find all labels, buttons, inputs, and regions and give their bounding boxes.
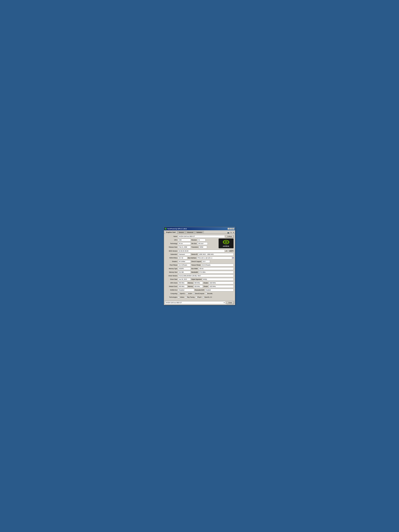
gpu-z-window: TechPowerUp GPU-Z 2.46.0 — □ ✕ Graphics … <box>164 227 235 305</box>
bios-icons: ↗ □ UEFI <box>225 250 234 252</box>
gpu-row: GPU G94 Revision A1 <box>165 239 218 241</box>
tab-advanced[interactable]: Advanced <box>186 231 195 234</box>
device-id-field: 10DE 0622 - 10B0 0401 <box>198 253 234 256</box>
nvidia-logo: nVIDIA <box>219 239 234 248</box>
resizable-bar-field: Enabled <box>205 289 234 291</box>
svg-point-7 <box>226 242 226 242</box>
subvendor-field: Gainward <box>178 253 191 256</box>
shaders-row: Shaders 64 Unified DirectX Support 10.0 <box>165 260 234 263</box>
bottom-bar: NVIDIA GeForce 9600 GT ▼ Close <box>164 300 235 305</box>
export-icon[interactable]: ↗ <box>225 250 227 252</box>
ray-tracing-label: Ray Tracing <box>187 296 194 298</box>
bios-label: BIOS Version <box>165 250 178 252</box>
minimize-button[interactable]: — <box>228 228 230 230</box>
close-button[interactable]: Close <box>226 301 234 304</box>
directcompute-checkbox[interactable]: ✓ DirectCompute <box>193 293 204 294</box>
bios-row: BIOS Version 62.94.3C.00.00 ↗ □ UEFI <box>165 250 234 252</box>
revision-field: A1 <box>197 239 205 241</box>
ray-tracing-check-box[interactable] <box>185 297 187 298</box>
dig-sig-label: Digital Signature <box>191 279 202 280</box>
shader-label1: Shader <box>203 282 209 284</box>
uefi-checkbox[interactable]: □ UEFI <box>228 250 234 252</box>
bus-width-label: Bus Width <box>191 268 198 269</box>
opengl-check-box[interactable]: ✓ <box>203 297 204 298</box>
release-field: Feb 21, 2008 <box>178 246 191 248</box>
tab-graphics-card[interactable]: Graphics Card <box>165 231 177 234</box>
pixel-fill-field: 10.4 GPixel/s <box>178 264 191 266</box>
default-clock-row: Default Clock 650 MHz Memory 900 MHz Sha… <box>165 285 234 288</box>
tech-label: Technology <box>165 243 178 244</box>
name-field: NVIDIA GeForce 9600 GT <box>178 235 225 238</box>
uefi-check-box[interactable]: □ <box>228 250 229 252</box>
memory-label2: Memory <box>187 286 194 287</box>
default-clock-label: Default Clock <box>165 286 178 287</box>
directcompute-label: DirectCompute <box>195 293 204 294</box>
directcompute-check-box[interactable]: ✓ <box>193 293 195 294</box>
shaders-label: Shaders <box>165 261 178 262</box>
main-content: Name NVIDIA GeForce 9600 GT Lookup GPU G… <box>164 234 235 300</box>
tab-sensors[interactable]: Sensors <box>177 231 185 234</box>
physx-label: PhysX <box>197 296 202 298</box>
cuda-checkbox[interactable]: CUDA <box>186 293 192 294</box>
bios-field: 62.94.3C.00.00 <box>178 250 225 252</box>
vulkan-check-box[interactable] <box>178 297 180 298</box>
shader-label2: Shader <box>203 286 209 287</box>
close-button[interactable]: ✕ <box>232 228 234 230</box>
release-row: Release Date Feb 21, 2008 Transistors 50… <box>165 246 218 249</box>
name-row: Name NVIDIA GeForce 9600 GT Lookup <box>165 235 234 238</box>
directml-label: DirectML <box>207 293 213 294</box>
subvendor-label: Subvendor <box>165 253 178 255</box>
memory-label1: Memory <box>187 282 194 284</box>
menu-icon[interactable]: ≡ <box>233 231 234 234</box>
physx-checkbox[interactable]: PhysX <box>196 296 202 298</box>
directx-field: 10.0 <box>202 260 210 263</box>
camera-icon[interactable]: 📷 <box>227 232 229 234</box>
cuda-check-box[interactable] <box>186 293 188 294</box>
driver-date-field: Jan 30, 2015 <box>178 278 191 281</box>
gpu-field: G94 <box>178 239 191 241</box>
ray-tracing-checkbox[interactable]: Ray Tracing <box>185 296 194 298</box>
title-bar-controls: — □ ✕ <box>228 228 234 230</box>
directx-label: DirectX Support <box>191 261 202 262</box>
driver-date-row: Driver Date Jan 30, 2015 Digital Signatu… <box>165 278 234 281</box>
release-label: Release Date <box>165 246 178 248</box>
shader-field2: 1625 MHz <box>209 285 234 288</box>
directml-check-box[interactable] <box>205 293 207 294</box>
opencl-label: OpenCL <box>180 293 185 294</box>
physx-check-box[interactable] <box>196 297 197 298</box>
refresh-icon[interactable]: ↻ <box>230 232 232 234</box>
uefi-label: UEFI <box>229 250 234 252</box>
gpu-selector-dropdown[interactable]: NVIDIA GeForce 9600 GT ▼ <box>165 301 226 304</box>
die-size-label: Die Size <box>191 243 197 244</box>
technologies-label: Technologies <box>165 296 178 298</box>
rops-label: ROPs/TMUs <box>165 257 178 259</box>
vulkan-checkbox[interactable]: Vulkan <box>178 296 184 298</box>
opengl-checkbox[interactable]: ✓ OpenGL 3.3 <box>203 296 212 298</box>
rops-row: ROPs/TMUs 16 / 32 Bus Interface PCIe x16… <box>165 256 234 260</box>
directml-checkbox[interactable]: DirectML <box>205 293 213 294</box>
title-bar: TechPowerUp GPU-Z 2.46.0 — □ ✕ <box>164 227 235 230</box>
gpu-logo-section: GPU G94 Revision A1 Technology 65 nm Die… <box>165 239 234 249</box>
memory-field2: 900 MHz <box>194 285 203 288</box>
tab-validation[interactable]: Validation <box>195 231 204 234</box>
bus-iface-field: PCIe x16 1.1 @ x16 1.1 <box>197 257 232 259</box>
bus-help-icon[interactable]: ? <box>233 257 234 259</box>
transistors-field: 505M <box>199 246 207 248</box>
title-bar-left: TechPowerUp GPU-Z 2.46.0 <box>165 228 187 230</box>
texture-fill-field: 20.8 GTexel/s <box>201 264 234 266</box>
gpu-label: GPU <box>165 239 178 241</box>
gpu-clock-label: GPU Clock <box>165 282 178 284</box>
pixel-fill-label: Pixel Fillrate <box>165 264 178 266</box>
opencl-checkbox[interactable]: ✓ OpenCL <box>178 293 185 294</box>
mem-type-label: Memory Type <box>165 268 178 269</box>
die-size-field: 240 mm² <box>197 242 208 245</box>
maximize-button[interactable]: □ <box>230 228 232 230</box>
gpu-clock-row: GPU Clock 650 MHz Memory 900 MHz Shader … <box>165 281 234 285</box>
driver-ver-field: 9.18.13.908 (NVIDIA 139.08) / Win7 <box>178 274 234 277</box>
lookup-button[interactable]: Lookup <box>226 235 234 238</box>
transistors-label: Transistors <box>191 246 199 248</box>
bandwidth-label: Bandwidth <box>191 271 199 273</box>
mem-type-field: GDDR3 <box>178 267 191 270</box>
opencl-check-box[interactable]: ✓ <box>178 293 180 294</box>
tech-row: Technology 65 nm Die Size 240 mm² <box>165 242 218 245</box>
